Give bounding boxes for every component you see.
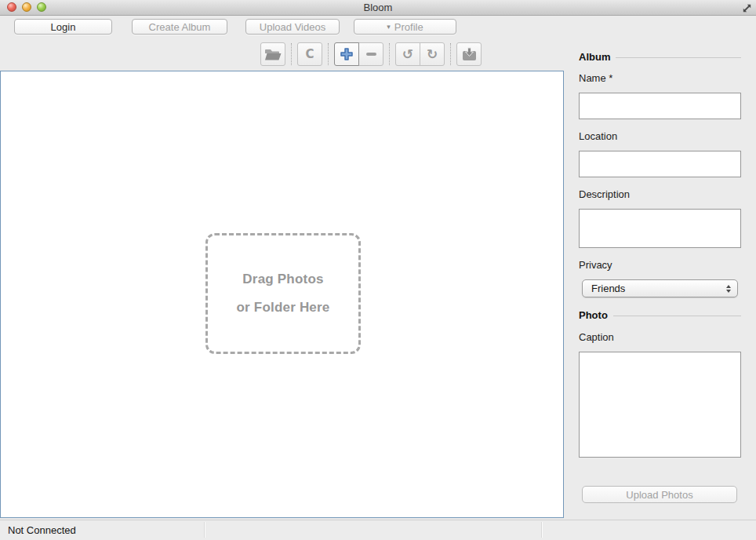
heading-rule <box>613 316 741 316</box>
album-heading-label: Album <box>579 51 610 63</box>
connection-status: Not Connected <box>8 520 76 540</box>
icon-toolbar: C ↺ ↻ <box>260 42 482 66</box>
remove-photos-button[interactable] <box>358 42 383 66</box>
photo-heading-label: Photo <box>579 309 608 321</box>
expand-diagonal-icon <box>741 2 753 14</box>
photo-caption-textarea[interactable] <box>579 352 741 458</box>
profile-button-label: Profile <box>394 21 423 33</box>
arrow-up-icon <box>726 285 731 288</box>
open-folder-button[interactable] <box>260 42 285 66</box>
photo-section-heading: Photo <box>579 309 741 321</box>
location-label: Location <box>579 130 617 142</box>
album-location-input[interactable] <box>579 151 741 177</box>
upload-photos-button-label: Upload Photos <box>626 489 692 501</box>
window-title: Bloom <box>0 0 756 15</box>
privacy-label: Privacy <box>579 259 612 271</box>
dropzone-text-line2: or Folder Here <box>237 300 330 316</box>
login-button[interactable]: Login <box>14 19 112 35</box>
statusbar-divider <box>541 522 542 538</box>
toolbar-separator <box>450 43 451 65</box>
chevron-down-icon: ▾ <box>387 23 391 31</box>
name-label: Name * <box>579 72 612 84</box>
add-remove-group <box>334 42 383 66</box>
description-label: Description <box>579 188 630 200</box>
rotate-left-button[interactable]: ↺ <box>395 42 420 66</box>
folder-open-icon <box>264 48 282 61</box>
create-album-button-label: Create Album <box>149 21 211 33</box>
rotate-cw-icon: ↻ <box>427 48 438 61</box>
photo-canvas: Drag Photos or Folder Here <box>0 71 564 518</box>
refresh-icon: C <box>305 47 314 61</box>
title-bar: Bloom <box>0 0 756 16</box>
upload-videos-button[interactable]: Upload Videos <box>245 19 340 35</box>
refresh-button[interactable]: C <box>297 42 322 66</box>
privacy-selected-value: Friends <box>591 283 726 294</box>
arrow-down-icon <box>726 290 731 293</box>
import-button[interactable] <box>456 42 482 66</box>
rotate-ccw-icon: ↺ <box>402 48 413 61</box>
popup-stepper-icon <box>726 285 731 293</box>
rotate-right-button[interactable]: ↻ <box>420 42 445 66</box>
rotate-group: ↺ ↻ <box>395 42 445 66</box>
album-name-input[interactable] <box>579 93 741 119</box>
minus-icon <box>366 53 376 56</box>
album-description-textarea[interactable] <box>579 209 741 248</box>
profile-dropdown-button[interactable]: ▾ Profile <box>354 19 456 35</box>
heading-rule <box>616 57 741 58</box>
import-tray-icon <box>461 47 478 61</box>
privacy-select[interactable]: Friends <box>582 279 738 297</box>
plus-icon <box>340 47 354 61</box>
drag-drop-zone[interactable]: Drag Photos or Folder Here <box>205 233 361 354</box>
status-bar: Not Connected <box>0 520 756 540</box>
fullscreen-button[interactable] <box>740 2 753 14</box>
dropzone-text-line1: Drag Photos <box>242 272 323 287</box>
caption-label: Caption <box>579 331 614 343</box>
app-window: { "window": { "title": "Bloom" }, "toolb… <box>0 0 756 540</box>
album-section-heading: Album <box>579 51 741 63</box>
upload-videos-button-label: Upload Videos <box>260 21 325 33</box>
toolbar-separator <box>389 43 390 65</box>
login-button-label: Login <box>51 21 76 33</box>
upload-photos-button[interactable]: Upload Photos <box>582 486 737 503</box>
add-photos-button[interactable] <box>334 42 359 66</box>
create-album-button[interactable]: Create Album <box>132 19 227 35</box>
statusbar-divider <box>204 522 205 538</box>
toolbar-separator <box>291 43 292 65</box>
toolbar-separator <box>328 43 329 65</box>
